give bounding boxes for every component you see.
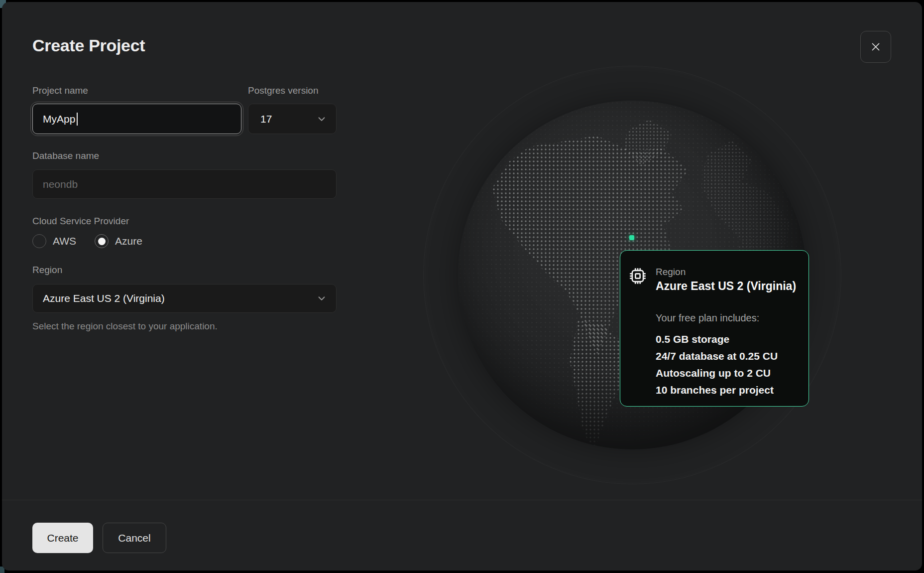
- postgres-version-value: 17: [260, 113, 272, 125]
- radio-unchecked-icon: [32, 234, 46, 248]
- page-background: Create Project Project name Postgres ver…: [0, 0, 924, 573]
- radio-option-azure[interactable]: Azure: [95, 234, 142, 248]
- create-button[interactable]: Create: [32, 523, 93, 553]
- region-card-eyebrow: Region: [656, 266, 796, 278]
- plan-feature: Autoscaling up to 2 CU: [656, 365, 798, 382]
- footer-divider: [2, 500, 922, 500]
- plan-intro-text: Your free plan includes:: [656, 311, 798, 324]
- radio-option-aws[interactable]: AWS: [32, 234, 76, 248]
- dialog-title: Create Project: [32, 35, 145, 56]
- region-helper-text: Select the region closest to your applic…: [32, 320, 218, 332]
- radio-checked-icon: [95, 234, 109, 248]
- chevron-down-icon: [316, 293, 327, 304]
- region-select[interactable]: Azure East US 2 (Virginia): [32, 284, 337, 313]
- postgres-version-label: Postgres version: [248, 85, 319, 97]
- plan-feature: 24/7 database at 0.25 CU: [656, 348, 798, 365]
- project-name-input[interactable]: MyApp: [32, 104, 241, 134]
- cpu-icon: [628, 267, 647, 286]
- region-card-header: Region Azure East US 2 (Virginia): [628, 266, 798, 294]
- close-icon: [868, 39, 883, 54]
- close-button[interactable]: [860, 31, 891, 63]
- project-name-value: MyApp: [43, 113, 75, 125]
- cancel-button[interactable]: Cancel: [103, 523, 166, 553]
- region-card-name: Azure East US 2 (Virginia): [656, 278, 796, 294]
- chevron-down-icon: [316, 114, 327, 125]
- project-name-label: Project name: [32, 85, 88, 97]
- region-tooltip-card: Region Azure East US 2 (Virginia) Your f…: [620, 250, 809, 407]
- create-project-dialog: Create Project Project name Postgres ver…: [2, 2, 922, 571]
- plan-feature: 0.5 GB storage: [656, 331, 798, 348]
- database-name-input[interactable]: [32, 169, 337, 199]
- plan-feature-list: 0.5 GB storage 24/7 database at 0.25 CU …: [656, 331, 798, 399]
- plan-feature: 10 branches per project: [656, 382, 798, 399]
- text-cursor: [77, 113, 78, 126]
- cloud-provider-label: Cloud Service Provider: [32, 215, 129, 227]
- database-name-label: Database name: [32, 150, 99, 162]
- radio-label-aws: AWS: [53, 235, 76, 247]
- postgres-version-select[interactable]: 17: [248, 104, 337, 134]
- region-value: Azure East US 2 (Virginia): [43, 292, 165, 304]
- radio-label-azure: Azure: [115, 235, 142, 247]
- region-marker-dot: [629, 235, 634, 240]
- region-label: Region: [32, 264, 62, 276]
- radio-dot: [98, 238, 106, 245]
